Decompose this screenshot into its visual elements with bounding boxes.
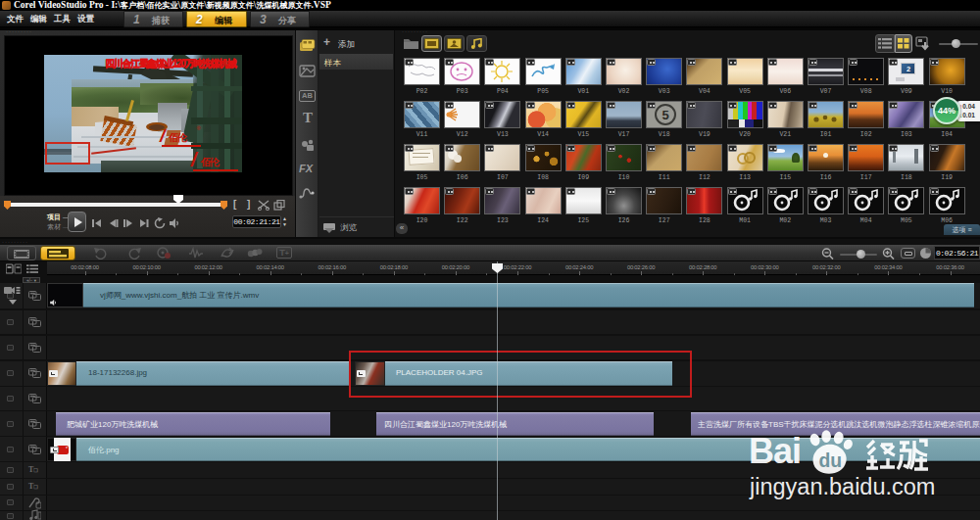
svg-text:du: du — [818, 450, 842, 471]
